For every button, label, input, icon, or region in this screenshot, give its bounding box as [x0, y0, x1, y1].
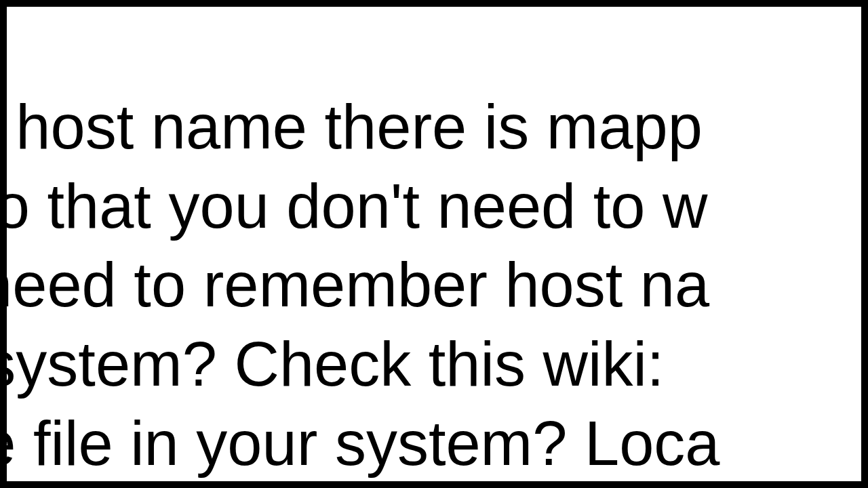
- text-line-3: st need to remember host na: [0, 250, 709, 319]
- text-line-2: n so that you don't need to w: [0, 171, 708, 241]
- cropped-text-block: ery host name there is mapp n so that yo…: [0, 8, 744, 488]
- text-line-5: the file in your system? Loca: [0, 409, 719, 478]
- text-line-4: ur system? Check this wiki:: [0, 329, 682, 399]
- text-line-1: ery host name there is mapp: [0, 92, 703, 161]
- document-frame: ery host name there is mapp n so that yo…: [0, 0, 868, 488]
